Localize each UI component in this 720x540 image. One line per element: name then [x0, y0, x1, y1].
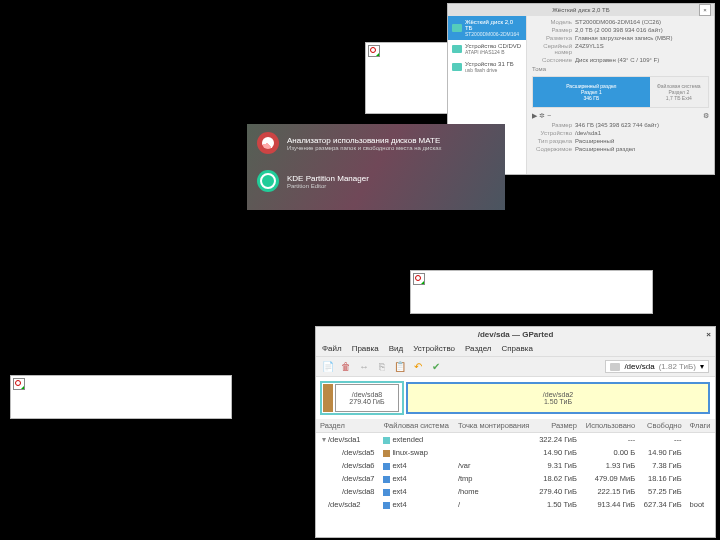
- disk-icon: [452, 24, 462, 32]
- settings-icon[interactable]: ✲: [539, 112, 545, 120]
- table-row[interactable]: /dev/sda2 ext4 / 1.50 ТиБ 913.44 ГиБ 627…: [316, 498, 715, 511]
- fs-swatch: [383, 463, 390, 470]
- table-row[interactable]: ▾/dev/sda1 extended 322.24 ГиБ --- ---: [316, 433, 715, 447]
- property-row: Серийный номерZ4Z9YL1S: [532, 43, 709, 55]
- column-header[interactable]: Флаги: [686, 419, 715, 433]
- property-row: Размер2,0 ТБ (2 000 398 934 016 байт): [532, 27, 709, 33]
- launcher-result[interactable]: KDE Partition ManagerPartition Editor: [247, 162, 505, 200]
- partition-sda8[interactable]: /dev/sda8 279.40 ГиБ: [335, 384, 399, 412]
- broken-image-placeholder: [410, 270, 653, 314]
- device-details: МодельST2000DM006-2DM164 (CC26)Размер2,0…: [527, 16, 714, 174]
- new-icon[interactable]: 📄: [322, 361, 334, 373]
- menu-bar: ФайлПравкаВидУстройствоРазделСправка: [316, 341, 715, 357]
- disk-icon: [452, 45, 462, 53]
- sidebar-device[interactable]: Жёсткий диск 2,0 ТБST2000DM006-2DM164: [448, 16, 526, 40]
- delete-icon[interactable]: 🗑: [340, 361, 352, 373]
- partition-diagram[interactable]: /dev/sda8 279.40 ГиБ /dev/sda2 1.50 ТиБ: [320, 381, 711, 415]
- property-row: РазметкаГлавная загрузочная запись (MBR): [532, 35, 709, 41]
- column-header[interactable]: Размер: [535, 419, 581, 433]
- extended-partition[interactable]: /dev/sda8 279.40 ГиБ: [320, 381, 404, 415]
- window-title: /dev/sda — GParted: [478, 330, 554, 339]
- volume-diagram[interactable]: Расширенный раздел Раздел 1 346 ГБ Файло…: [532, 76, 709, 108]
- column-header[interactable]: Использовано: [581, 419, 639, 433]
- broken-image-icon: [13, 378, 25, 390]
- paste-icon[interactable]: 📋: [394, 361, 406, 373]
- copy-icon[interactable]: ⎘: [376, 361, 388, 373]
- gparted-window: /dev/sda — GParted × ФайлПравкаВидУстрой…: [315, 326, 716, 538]
- broken-image-placeholder: [10, 375, 232, 419]
- property-row: Тип разделаРасширенный: [532, 138, 709, 144]
- table-row[interactable]: /dev/sda7 ext4 /tmp 18.62 ГиБ 479.09 МиБ…: [316, 472, 715, 485]
- launcher-result[interactable]: Анализатор использования дисков MATEИзуч…: [247, 124, 505, 162]
- app-icon: [257, 170, 279, 192]
- table-row[interactable]: /dev/sda6 ext4 /var 9.31 ГиБ 1.93 ГиБ 7.…: [316, 459, 715, 472]
- close-icon[interactable]: ×: [706, 330, 711, 339]
- property-row: Размер346 ГБ (345 398 623 744 байт): [532, 122, 709, 128]
- broken-image-icon: [368, 45, 380, 57]
- property-row: МодельST2000DM006-2DM164 (CC26): [532, 19, 709, 25]
- device-selector[interactable]: /dev/sda (1.82 ТиБ) ▾: [605, 360, 709, 373]
- fs-swatch: [383, 437, 390, 444]
- table-row[interactable]: /dev/sda8 ext4 /home 279.40 ГиБ 222.15 Г…: [316, 485, 715, 498]
- volume-part-2[interactable]: Файловая система Раздел 2 1,7 ТБ Ext4: [650, 77, 708, 107]
- apply-icon[interactable]: ✔: [430, 361, 442, 373]
- app-launcher-results: Анализатор использования дисков MATEИзуч…: [247, 124, 505, 210]
- property-row: Устройство/dev/sda1: [532, 130, 709, 136]
- fs-swatch: [383, 489, 390, 496]
- sidebar-device[interactable]: Устройство 31 ГБusb flash drive: [448, 58, 526, 76]
- toolbar: 📄 🗑 ↔ ⎘ 📋 ↶ ✔ /dev/sda (1.82 ТиБ) ▾: [316, 357, 715, 377]
- fs-swatch: [383, 476, 390, 483]
- column-header[interactable]: Файловая система: [379, 419, 453, 433]
- sidebar-device[interactable]: Устройство CD/DVDATAPI iHAS124 B: [448, 40, 526, 58]
- menu-item[interactable]: Файл: [322, 344, 342, 353]
- volumes-label: Тома: [532, 66, 709, 72]
- menu-item[interactable]: Правка: [352, 344, 379, 353]
- mount-icon[interactable]: ▶: [532, 112, 537, 120]
- undo-icon[interactable]: ↶: [412, 361, 424, 373]
- window-title: Жёсткий диск 2,0 ТБ: [552, 7, 609, 13]
- menu-item[interactable]: Устройство: [413, 344, 455, 353]
- volume-part-1[interactable]: Расширенный раздел Раздел 1 346 ГБ: [533, 77, 650, 107]
- swap-partition[interactable]: [323, 384, 333, 412]
- partition-table: РазделФайловая системаТочка монтирования…: [316, 419, 715, 511]
- disk-icon: [452, 63, 462, 71]
- fs-swatch: [383, 450, 390, 457]
- property-row: СостояниеДиск исправен (43° C / 109° F): [532, 57, 709, 63]
- chevron-down-icon: ▾: [700, 362, 704, 371]
- window-title-bar[interactable]: Жёсткий диск 2,0 ТБ ×: [448, 4, 714, 16]
- column-header[interactable]: Точка монтирования: [454, 419, 535, 433]
- broken-image-icon: [413, 273, 425, 285]
- window-title-bar[interactable]: /dev/sda — GParted ×: [316, 327, 715, 341]
- fs-swatch: [383, 502, 390, 509]
- resize-icon[interactable]: ↔: [358, 361, 370, 373]
- minus-icon[interactable]: −: [547, 112, 551, 120]
- close-icon[interactable]: ×: [699, 4, 711, 16]
- column-header[interactable]: Раздел: [316, 419, 379, 433]
- partition-sda2[interactable]: /dev/sda2 1.50 ТиБ: [406, 382, 710, 414]
- table-row[interactable]: /dev/sda5 linux-swap 14.90 ГиБ 0.00 Б 14…: [316, 446, 715, 459]
- property-row: СодержимоеРасширенный раздел: [532, 146, 709, 152]
- menu-item[interactable]: Вид: [389, 344, 403, 353]
- menu-item[interactable]: Справка: [502, 344, 533, 353]
- gear-icon[interactable]: ⚙: [703, 112, 709, 120]
- app-icon: [257, 132, 279, 154]
- column-header[interactable]: Свободно: [639, 419, 685, 433]
- menu-item[interactable]: Раздел: [465, 344, 491, 353]
- disk-icon: [610, 363, 620, 371]
- volume-controls: ▶ ✲ − ⚙: [532, 112, 709, 120]
